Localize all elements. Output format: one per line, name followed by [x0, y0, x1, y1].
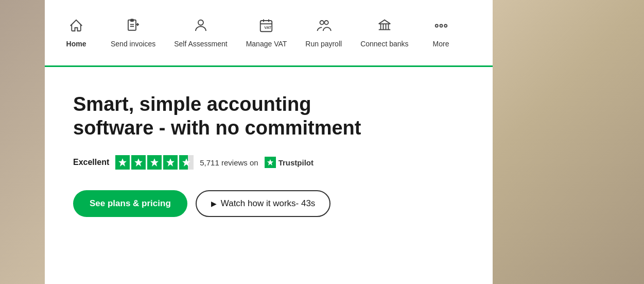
hero-title: Smart, simple accounting software - with… — [73, 93, 372, 140]
star-4 — [163, 155, 178, 170]
svg-point-20 — [444, 24, 447, 27]
calendar-icon: VAT — [258, 18, 274, 36]
dots-icon — [433, 18, 449, 36]
main-card: Home Send invoices Self A — [45, 0, 493, 284]
svg-marker-23 — [150, 158, 159, 166]
see-plans-button[interactable]: See plans & pricing — [73, 190, 187, 217]
star-rating — [115, 155, 194, 170]
nav-item-home[interactable]: Home — [55, 13, 101, 53]
person-icon — [193, 18, 208, 36]
star-2 — [131, 155, 146, 170]
svg-marker-21 — [118, 158, 127, 166]
watch-video-label: Watch how it works- 43s — [221, 198, 316, 209]
trustpilot-icon — [265, 157, 276, 168]
nav-label-manage-vat: Manage VAT — [246, 40, 287, 48]
nav-label-home: Home — [66, 40, 86, 48]
reviews-count: 5,711 reviews on — [200, 158, 258, 167]
nav-item-manage-vat[interactable]: VAT Manage VAT — [237, 13, 297, 53]
svg-point-18 — [435, 24, 438, 27]
nav-label-connect-banks: Connect banks — [360, 40, 408, 48]
svg-rect-1 — [131, 19, 133, 21]
nav-item-more[interactable]: More — [418, 13, 464, 53]
watch-video-button[interactable]: ▶ Watch how it works- 43s — [196, 190, 331, 217]
star-5-half — [179, 155, 194, 170]
nav-label-self-assessment: Self Assessment — [174, 40, 228, 48]
trustpilot-logo: Trustpilot — [265, 157, 314, 168]
svg-marker-26 — [267, 159, 273, 165]
nav-label-send-invoices: Send invoices — [111, 40, 155, 48]
svg-marker-22 — [134, 158, 143, 166]
star-3 — [147, 155, 162, 170]
svg-point-10 — [320, 21, 324, 25]
buttons-row: See plans & pricing ▶ Watch how it works… — [73, 190, 464, 217]
svg-point-11 — [324, 21, 328, 25]
svg-marker-25 — [182, 158, 190, 166]
nav-item-self-assessment[interactable]: Self Assessment — [165, 13, 237, 53]
trustpilot-row: Excellent 5,711 re — [73, 155, 464, 170]
nav-item-run-payroll[interactable]: Run payroll — [296, 13, 351, 53]
svg-text:VAT: VAT — [265, 25, 272, 30]
nav-label-more: More — [433, 40, 449, 48]
payroll-icon — [316, 18, 332, 36]
nav-label-run-payroll: Run payroll — [305, 40, 342, 48]
svg-point-4 — [198, 20, 203, 25]
home-icon — [68, 18, 84, 36]
play-icon: ▶ — [211, 199, 217, 208]
trustpilot-label: Excellent — [73, 158, 109, 167]
invoice-icon — [126, 18, 141, 36]
svg-point-19 — [440, 24, 442, 27]
trustpilot-brand: Trustpilot — [279, 158, 314, 167]
svg-marker-24 — [166, 158, 175, 166]
hero-section: Smart, simple accounting software - with… — [45, 67, 493, 238]
navbar: Home Send invoices Self A — [45, 0, 493, 67]
bank-icon — [377, 18, 392, 36]
nav-item-send-invoices[interactable]: Send invoices — [101, 13, 165, 53]
nav-item-connect-banks[interactable]: Connect banks — [351, 13, 417, 53]
star-1 — [115, 155, 130, 170]
